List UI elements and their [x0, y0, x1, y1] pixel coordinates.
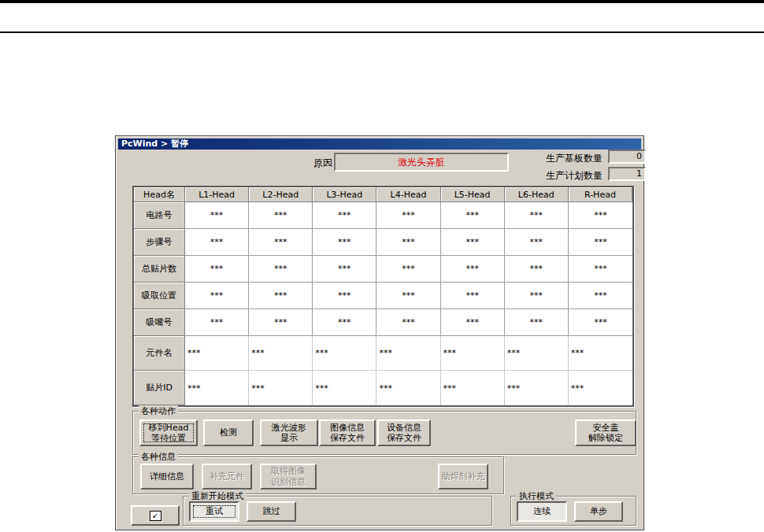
table-cell: *** [376, 202, 440, 229]
table-row-label: 步骤号 [134, 229, 185, 256]
table-head-cell: L3-Head [313, 187, 376, 202]
button-label: 助焊剂补充 [442, 471, 485, 482]
button-label: 详细信息 [150, 471, 184, 482]
table-head-cell: L5-Head [441, 187, 505, 202]
table-cell: *** [249, 309, 313, 336]
get-image-recognition-info-button[interactable]: 取得图像 识别信息 [260, 464, 317, 490]
dialog-body: 原因 激光头弄脏 生产基板数量 0 生产计划数量 1 Head名L1-HeadL… [118, 150, 641, 527]
table-cell: *** [441, 283, 505, 309]
detail-info-button[interactable]: 详细信息 [140, 464, 194, 490]
table-row-label: 吸嘴号 [134, 309, 185, 336]
button-label: 重试 [206, 506, 223, 516]
replenish-component-button[interactable]: 补充元件 [202, 464, 252, 490]
table-head-cell: L1-Head [185, 187, 249, 202]
table-cell: *** [185, 309, 249, 336]
button-label: 单步 [590, 506, 607, 516]
table-cell: *** [185, 256, 249, 283]
table-cell: *** [376, 283, 440, 309]
table-cell: *** [441, 229, 505, 256]
skip-button[interactable]: 跳过 [247, 501, 296, 522]
table-cell: *** [376, 229, 440, 256]
table-cell: *** [441, 202, 505, 229]
table-row-label: 电路号 [134, 202, 185, 229]
table-cell: *** [569, 202, 632, 229]
reason-text: 激光头弄脏 [398, 156, 445, 169]
shrink-window-button[interactable]: ↙ [131, 505, 180, 526]
table-cell: *** [313, 309, 376, 336]
table-cell: *** [569, 283, 632, 309]
table-cell: *** [249, 283, 313, 309]
table-cell: *** [249, 371, 313, 405]
table-cell: *** [505, 229, 569, 256]
retry-button[interactable]: 重试 [189, 501, 239, 522]
info-group-label: 各种信息 [139, 451, 178, 463]
flux-replenish-button[interactable]: 助焊剂补充 [438, 464, 488, 490]
separator-line-top [0, 0, 764, 3]
table-head-cell: L4-Head [376, 187, 440, 202]
table-row-label: 贴片ID [134, 371, 185, 405]
table-cell: *** [313, 229, 376, 256]
table-cell: *** [505, 202, 569, 229]
dialog-title: PcWind > 暂停 [121, 139, 188, 149]
separator-line-second [0, 31, 764, 33]
device-info-save-button[interactable]: 设备信息 保存文件 [377, 419, 431, 446]
table-cell: *** [185, 371, 249, 405]
table-cell: *** [185, 283, 249, 309]
head-status-table: Head名L1-HeadL2-HeadL3-HeadL4-HeadL5-Head… [132, 186, 634, 407]
move-to-head-wait-button[interactable]: 移到Head 等待位置 [139, 419, 198, 446]
button-label: 连续 [533, 506, 551, 516]
table-cell: *** [441, 336, 505, 371]
table-head-cell: L6-Head [505, 187, 569, 202]
safety-cover-unlock-button[interactable]: 安全盖 解除锁定 [575, 419, 636, 446]
page: PcWind > 暂停 原因 激光头弄脏 生产基板数量 0 生产计划数量 1 H… [0, 0, 764, 532]
laser-waveform-display-button[interactable]: 激光波形 显示 [260, 419, 318, 446]
plan-count-label: 生产计划数量 [546, 169, 603, 183]
table-cell: *** [249, 229, 313, 256]
table-cell: *** [441, 256, 505, 283]
table-cell: *** [569, 229, 632, 256]
table-cell: *** [441, 309, 505, 336]
table-cell: *** [249, 202, 313, 229]
table-cell: *** [569, 256, 632, 283]
table-cell: *** [313, 371, 376, 405]
table-cell: *** [505, 256, 569, 283]
single-step-button[interactable]: 单步 [574, 501, 623, 522]
plan-count-field: 1 [608, 167, 646, 181]
pause-dialog: PcWind > 暂停 原因 激光头弄脏 生产基板数量 0 生产计划数量 1 H… [115, 135, 644, 530]
table-cell: *** [505, 336, 569, 371]
reason-field: 激光头弄脏 [334, 153, 509, 172]
table-cell: *** [376, 309, 440, 336]
exec-mode-group-label: 执行模式 [517, 490, 556, 502]
image-info-save-button[interactable]: 图像信息 保存文件 [319, 419, 376, 446]
continuous-button[interactable]: 连续 [517, 501, 567, 522]
inspect-button[interactable]: 检测 [203, 419, 254, 446]
button-label: 取得图像 识别信息 [271, 466, 306, 486]
button-label: 移到Head 等待位置 [149, 423, 189, 443]
shrink-window-icon: ↙ [150, 511, 161, 521]
table-row-label: 元件名 [134, 336, 185, 371]
table-row-label: 总贴片数 [134, 256, 185, 283]
table-cell: *** [569, 371, 632, 405]
restart-mode-group-label: 重新开始模式 [189, 490, 246, 502]
table-cell: *** [313, 256, 376, 283]
table-cell: *** [313, 283, 376, 309]
button-label: 检测 [220, 427, 237, 438]
table-cell: *** [376, 256, 440, 283]
table-cell: *** [569, 309, 632, 336]
table-head-cell: L2-Head [249, 187, 313, 202]
dialog-titlebar[interactable]: PcWind > 暂停 [118, 139, 641, 150]
table-cell: *** [249, 336, 313, 371]
table-cell: *** [505, 309, 569, 336]
table-cell: *** [249, 256, 313, 283]
table-corner-cell: Head名 [134, 187, 185, 202]
table-cell: *** [185, 336, 249, 371]
table-cell: *** [313, 336, 376, 371]
table-cell: *** [569, 336, 632, 371]
button-label: 安全盖 解除锁定 [588, 423, 623, 443]
table-cell: *** [376, 336, 440, 371]
reason-label: 原因 [313, 157, 332, 170]
button-label: 跳过 [263, 506, 280, 516]
table-cell: *** [505, 371, 569, 405]
table-head-cell: R-Head [569, 187, 632, 202]
table-cell: *** [313, 202, 376, 229]
